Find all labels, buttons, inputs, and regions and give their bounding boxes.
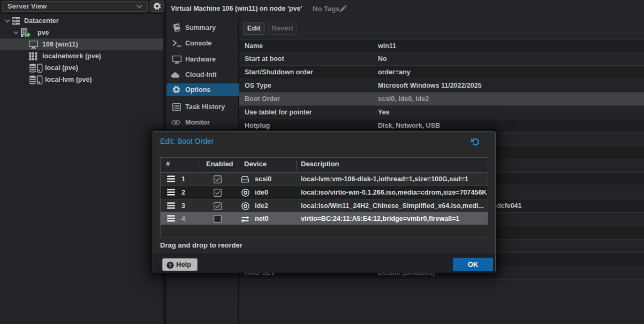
svg-text:?: ? xyxy=(169,262,172,268)
